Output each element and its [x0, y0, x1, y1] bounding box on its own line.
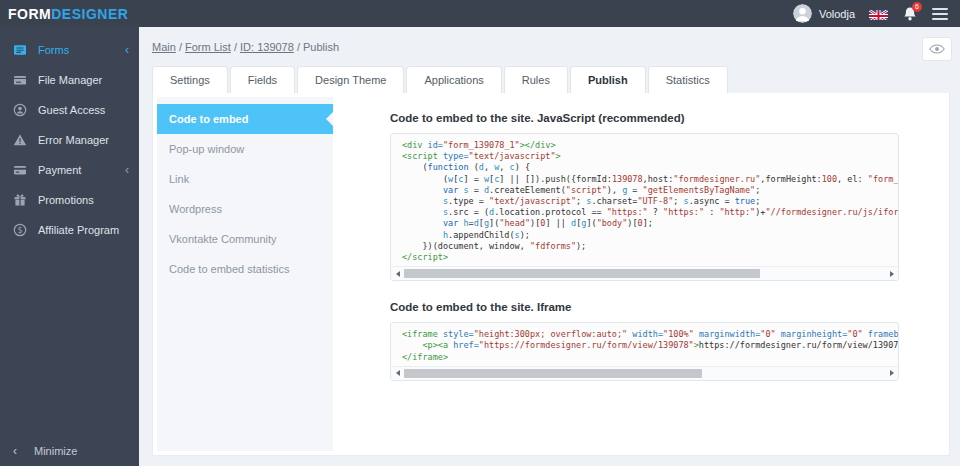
user-menu[interactable]: Volodja — [793, 4, 855, 23]
svg-text:$: $ — [17, 226, 22, 235]
sidebar-item-label: Affiliate Program — [38, 224, 119, 236]
breadcrumb-separator: / — [176, 41, 185, 53]
notifications-bell-icon[interactable]: 6 — [902, 6, 918, 22]
submenu-item-code-to-embed[interactable]: Code to embed — [157, 104, 333, 134]
code-line: s.src = (d.location.protocol == "https:"… — [402, 207, 898, 218]
sidebar: Forms‹File ManagerGuest AccessError Mana… — [0, 27, 139, 466]
code-line: <div id="form_139078_1"></div> — [402, 140, 898, 151]
sidebar-item-label: Error Manager — [38, 134, 109, 146]
error-manager-icon — [13, 133, 27, 147]
scroll-thumb[interactable] — [404, 269, 760, 278]
code-line: <iframe style="height:300px; overflow:au… — [402, 329, 898, 340]
sidebar-item-guest-access[interactable]: Guest Access — [0, 95, 139, 125]
tab-design-theme[interactable]: Design Theme — [297, 66, 404, 93]
h-scrollbar[interactable] — [391, 366, 898, 380]
breadcrumb-separator: / — [231, 41, 240, 53]
scroll-right-arrow-icon[interactable] — [885, 267, 898, 280]
breadcrumb-form-list[interactable]: Form List — [185, 41, 231, 53]
tab-publish[interactable]: Publish — [570, 66, 646, 93]
sidebar-item-label: Guest Access — [38, 104, 105, 116]
sidebar-item-label: Forms — [38, 44, 69, 56]
code-block[interactable]: <iframe style="height:300px; overflow:au… — [390, 322, 899, 381]
chevron-left-icon: ‹ — [125, 44, 129, 56]
logo-text-form: FORM — [8, 6, 51, 22]
publish-submenu: Code to embedPop-up windowLinkWordpressV… — [157, 97, 333, 451]
code-block[interactable]: <div id="form_139078_1"></div><script ty… — [390, 133, 899, 281]
embed-section-2: Code to embed to the site. Iframe<iframe… — [390, 301, 945, 381]
breadcrumb-main[interactable]: Main — [152, 41, 176, 53]
tab-bar: SettingsFieldsDesign ThemeApplicationsRu… — [152, 66, 960, 93]
scroll-left-arrow-icon[interactable] — [391, 267, 404, 280]
breadcrumb-publish: Publish — [303, 41, 339, 53]
sidebar-item-label: Promotions — [38, 194, 94, 206]
code-line: <p><a href="https://formdesigner.ru/form… — [402, 340, 898, 351]
sidebar-nav: Forms‹File ManagerGuest AccessError Mana… — [0, 27, 139, 245]
code-line: var s = d.createElement("script"), g = "… — [402, 185, 898, 196]
tab-rules[interactable]: Rules — [504, 66, 568, 93]
breadcrumb: Main / Form List / ID: 139078 / Publish — [152, 41, 960, 53]
breadcrumb-separator: / — [294, 41, 303, 53]
tab-statistics[interactable]: Statistics — [648, 66, 728, 93]
sidebar-item-forms[interactable]: Forms‹ — [0, 35, 139, 65]
publish-panel: Code to embedPop-up windowLinkWordpressV… — [152, 93, 950, 456]
code-line: </script> — [402, 252, 898, 263]
code-line: (w[c] = w[c] || []).push({formId:139078,… — [402, 174, 898, 185]
sidebar-item-affiliate-program[interactable]: $Affiliate Program — [0, 215, 139, 245]
code-line: </iframe> — [402, 352, 898, 363]
tab-fields[interactable]: Fields — [230, 66, 295, 93]
main-content: Main / Form List / ID: 139078 / Publish … — [139, 27, 960, 466]
payment-icon — [13, 163, 27, 177]
forms-icon — [13, 43, 27, 57]
affiliate-program-icon: $ — [13, 223, 27, 237]
app-logo[interactable]: FORMDESIGNER — [8, 6, 128, 22]
hamburger-menu-icon[interactable] — [932, 6, 948, 22]
chevron-left-icon: ‹ — [125, 164, 129, 176]
tab-applications[interactable]: Applications — [406, 66, 501, 93]
username: Volodja — [819, 8, 855, 20]
eye-icon — [929, 44, 945, 54]
submenu-item-vkontakte-community[interactable]: Vkontakte Community — [157, 224, 333, 254]
section-title: Code to embed to the site. JavaScript (r… — [390, 112, 945, 124]
submenu-item-pop-up-window[interactable]: Pop-up window — [157, 134, 333, 164]
code-line: s.type = "text/javascript"; s.charset="U… — [402, 196, 898, 207]
guest-access-icon — [13, 103, 27, 117]
code-line: })(document, window, "fdforms"); — [402, 241, 898, 252]
sidebar-item-file-manager[interactable]: File Manager — [0, 65, 139, 95]
submenu-item-wordpress[interactable]: Wordpress — [157, 194, 333, 224]
file-manager-icon — [13, 73, 27, 87]
promotions-icon — [13, 193, 27, 207]
breadcrumb-id-139078[interactable]: ID: 139078 — [240, 41, 294, 53]
sidebar-item-error-manager[interactable]: Error Manager — [0, 125, 139, 155]
breadcrumb-row: Main / Form List / ID: 139078 / Publish — [139, 27, 960, 66]
scroll-left-arrow-icon[interactable] — [391, 367, 404, 380]
topbar: FORMDESIGNER Volodja 6 — [0, 0, 960, 27]
h-scrollbar[interactable] — [391, 266, 898, 280]
code-line: var h=d[g]("head")[0] || d[g]("body")[0]… — [402, 218, 898, 229]
minimize-button[interactable]: ‹ Minimize — [0, 436, 139, 466]
sidebar-item-payment[interactable]: Payment‹ — [0, 155, 139, 185]
submenu-item-code-to-embed-statistics[interactable]: Code to embed statistics — [157, 254, 333, 284]
sidebar-item-label: File Manager — [38, 74, 102, 86]
avatar — [793, 4, 812, 23]
minimize-label: Minimize — [34, 445, 77, 457]
code-line: <script type="text/javascript"> — [402, 151, 898, 162]
scroll-thumb[interactable] — [404, 369, 702, 378]
scroll-right-arrow-icon[interactable] — [885, 367, 898, 380]
publish-content: Code to embed to the site. JavaScript (r… — [333, 97, 945, 451]
language-flag-icon[interactable] — [869, 8, 888, 20]
chevron-left-icon: ‹ — [13, 444, 17, 458]
notifications-badge: 6 — [912, 2, 922, 12]
tab-settings[interactable]: Settings — [152, 66, 228, 93]
code-lines: <iframe style="height:300px; overflow:au… — [391, 329, 898, 363]
code-lines: <div id="form_139078_1"></div><script ty… — [391, 140, 898, 263]
sidebar-item-label: Payment — [38, 164, 81, 176]
logo-text-designer: DESIGNER — [51, 6, 128, 22]
code-line: (function (d, w, c) { — [402, 162, 898, 173]
sidebar-item-promotions[interactable]: Promotions — [0, 185, 139, 215]
topbar-right: Volodja 6 — [793, 4, 948, 23]
embed-section-1: Code to embed to the site. JavaScript (r… — [390, 112, 945, 281]
code-line: h.appendChild(s); — [402, 230, 898, 241]
section-title: Code to embed to the site. Iframe — [390, 301, 945, 313]
preview-button[interactable] — [922, 37, 952, 61]
submenu-item-link[interactable]: Link — [157, 164, 333, 194]
